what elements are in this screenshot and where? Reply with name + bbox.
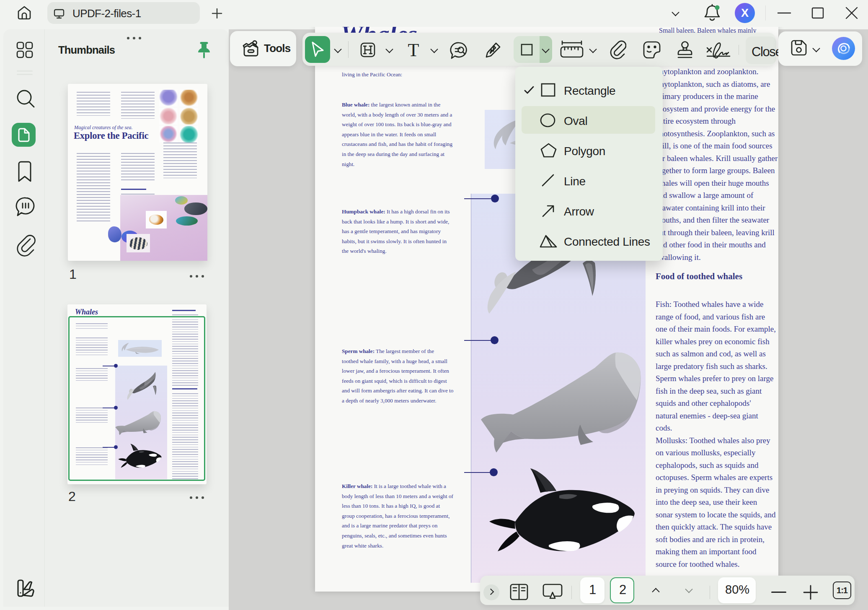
svg-text:T: T	[408, 41, 419, 59]
